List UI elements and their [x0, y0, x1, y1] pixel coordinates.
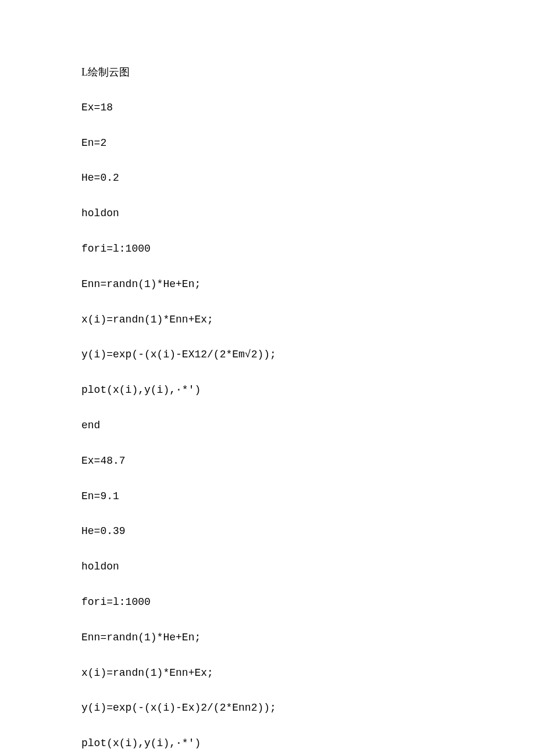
code-line: He=0.39	[81, 523, 454, 540]
code-line: Enn=randn(1)*He+En;	[81, 629, 454, 646]
code-line: He=0.2	[81, 170, 454, 187]
code-line: plot(x(i),y(i),·*')	[81, 735, 454, 752]
document-content: L绘制云图 Ex=18 En=2 He=0.2 holdon fori=l:10…	[81, 64, 454, 756]
code-line: y(i)=exp(-(x(i)-EX12/(2*Em√2));	[81, 346, 454, 363]
code-line: holdon	[81, 558, 454, 575]
code-line: x(i)=randn(1)*Enn+Ex;	[81, 311, 454, 328]
code-line: Enn=randn(1)*He+En;	[81, 276, 454, 293]
code-line: end	[81, 417, 454, 434]
code-line: En=9.1	[81, 488, 454, 505]
code-line: holdon	[81, 205, 454, 222]
code-line: fori=l:1000	[81, 594, 454, 611]
code-line: Ex=18	[81, 99, 454, 116]
code-line: En=2	[81, 135, 454, 152]
code-line: plot(x(i),y(i),·*')	[81, 382, 454, 399]
code-line: Ex=48.7	[81, 453, 454, 470]
code-line: y(i)=exp(-(x(i)-Ex)2/(2*Enn2));	[81, 700, 454, 716]
code-line: L绘制云图	[81, 64, 454, 81]
code-line: x(i)=randn(1)*Enn+Ex;	[81, 665, 454, 682]
code-line: fori=l:1000	[81, 241, 454, 257]
